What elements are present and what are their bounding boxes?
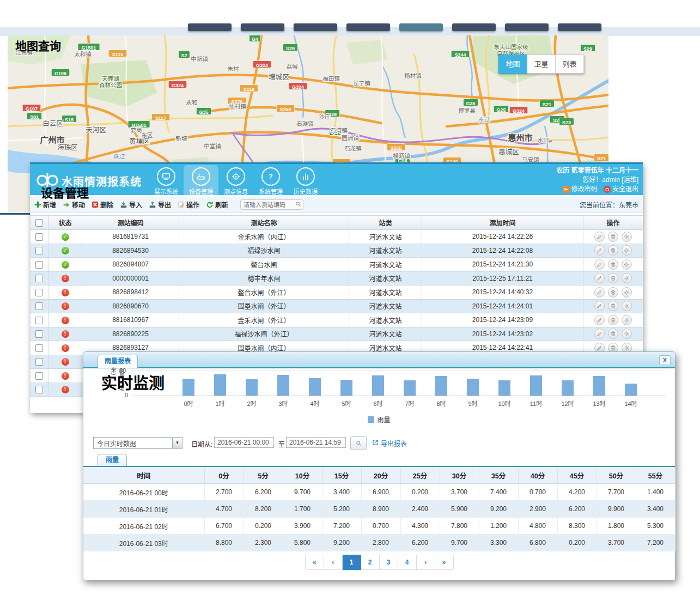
data-mode-select[interactable]: 今日实时数据 ▾ xyxy=(93,437,182,449)
pagination-page-1[interactable]: 1 xyxy=(343,555,361,570)
export-icon xyxy=(149,201,156,209)
edit-icon[interactable] xyxy=(594,245,605,256)
edit-icon[interactable] xyxy=(594,329,605,339)
trash-icon[interactable] xyxy=(608,315,618,325)
pagination-last[interactable]: » xyxy=(435,555,454,570)
edit-icon[interactable] xyxy=(594,315,605,325)
nav-item-history[interactable]: 历史数据 xyxy=(288,165,323,197)
top-tab-3[interactable] xyxy=(294,23,337,31)
gear-icon[interactable] xyxy=(622,329,632,339)
date-to-input[interactable] xyxy=(286,437,346,448)
logout-link[interactable]: 安全退出 xyxy=(604,185,638,194)
toolbar-refresh-button[interactable]: 刷新 xyxy=(206,200,228,209)
gear-icon[interactable] xyxy=(622,259,632,270)
value-cell: 8.800 xyxy=(204,535,244,551)
table-cell: 2015-12-24 14:40:32 xyxy=(422,286,583,300)
trash-icon[interactable] xyxy=(608,273,618,283)
value-cell: 7.700 xyxy=(596,484,636,501)
gear-icon[interactable] xyxy=(622,301,632,311)
table-cell: 河道水文站 xyxy=(349,244,422,258)
row-checkbox[interactable] xyxy=(35,261,43,269)
table-cell: 8826890670 xyxy=(82,299,179,313)
road-shield: G4 xyxy=(249,35,261,42)
row-checkbox[interactable] xyxy=(35,247,43,254)
top-tab-4[interactable] xyxy=(346,23,390,31)
map-type-button-3[interactable]: 列表 xyxy=(556,54,584,74)
chart-axis-line xyxy=(133,396,666,396)
column-header: 45分 xyxy=(557,467,596,484)
gear-icon[interactable] xyxy=(622,245,632,256)
row-checkbox[interactable] xyxy=(35,233,43,241)
gear-icon[interactable] xyxy=(622,273,632,283)
top-tab-7[interactable] xyxy=(505,23,549,31)
toolbar-export-button[interactable]: 导出 xyxy=(149,200,171,209)
table-row: ✓8826894530福绿沙水闸河道水文站2015-12-24 14:22:08 xyxy=(31,244,643,258)
trash-icon[interactable] xyxy=(608,259,618,270)
map-type-button-2[interactable]: 卫星 xyxy=(527,54,556,74)
gear-icon[interactable] xyxy=(622,232,632,242)
table-row: !8816810967金禾水闸（外江）河道水文站2015-12-24 14:23… xyxy=(31,313,643,327)
tab-rain-report[interactable]: 雨量报表 xyxy=(98,355,138,368)
close-icon[interactable]: X xyxy=(659,355,671,365)
trash-icon[interactable] xyxy=(608,329,618,339)
gear-icon[interactable] xyxy=(622,287,632,298)
tab-rain[interactable]: 雨量 xyxy=(98,454,127,466)
pagination-page-2[interactable]: 2 xyxy=(361,555,380,570)
toolbar-add-button[interactable]: 新增 xyxy=(34,200,56,209)
toolbar-move-button[interactable]: 移动 xyxy=(63,200,85,209)
edit-icon[interactable] xyxy=(594,273,605,283)
row-checkbox[interactable] xyxy=(35,372,43,380)
top-tab-8[interactable] xyxy=(558,23,601,31)
gear-icon[interactable] xyxy=(622,315,632,325)
toolbar-import-button[interactable]: 导入 xyxy=(120,200,142,209)
pagination-first[interactable]: « xyxy=(305,555,324,570)
date-from-input[interactable] xyxy=(214,437,274,448)
top-tab-2[interactable] xyxy=(241,23,284,31)
trash-icon[interactable] xyxy=(608,232,618,242)
top-tab-1[interactable] xyxy=(188,23,232,31)
edit-icon[interactable] xyxy=(594,287,605,298)
nav-item-target[interactable]: 测点信息 xyxy=(218,165,253,197)
select-all-checkbox[interactable] xyxy=(35,219,43,227)
station-search-input[interactable] xyxy=(240,199,303,210)
search-icon[interactable] xyxy=(295,201,301,209)
pagination-page-4[interactable]: 4 xyxy=(398,555,417,570)
row-checkbox[interactable] xyxy=(35,344,43,352)
table-row: 2016-06-21 03时8.8002.3005.8009.2002.8006… xyxy=(83,535,675,551)
map-type-button-1[interactable]: 地图 xyxy=(498,54,527,74)
trash-icon[interactable] xyxy=(608,301,618,311)
row-checkbox[interactable] xyxy=(35,386,43,393)
row-checkbox[interactable] xyxy=(35,302,43,310)
pagination-next[interactable]: › xyxy=(417,555,435,570)
nav-item-question[interactable]: ?系统管理 xyxy=(253,165,288,197)
export-report-link[interactable]: 导出报表 xyxy=(372,439,407,448)
toolbar-operate-button[interactable]: 操作 xyxy=(178,200,199,209)
pagination-page-3[interactable]: 3 xyxy=(380,555,398,570)
top-tab-6[interactable] xyxy=(452,23,496,31)
table-row: ✓8826894807鳌台水闸河道水文站2015-12-24 14:21:30 xyxy=(31,258,643,272)
bar xyxy=(182,379,194,396)
edit-icon[interactable] xyxy=(594,232,605,242)
nav-item-device[interactable]: 设备管理 xyxy=(184,165,218,197)
nav-item-monitor[interactable]: 展示系统 xyxy=(149,165,184,197)
value-cell: 2.900 xyxy=(518,501,557,518)
row-checkbox[interactable] xyxy=(35,275,43,282)
row-checkbox[interactable] xyxy=(35,330,43,338)
value-cell: 1.400 xyxy=(636,484,675,501)
caption-device-management: 设备管理 xyxy=(41,183,89,201)
x-tick-label: 10时 xyxy=(498,399,510,408)
trash-icon[interactable] xyxy=(608,287,618,298)
pagination-prev[interactable]: ‹ xyxy=(324,555,343,570)
row-checkbox[interactable] xyxy=(35,317,43,324)
edit-icon[interactable] xyxy=(594,259,605,270)
value-cell: 8.900 xyxy=(361,501,400,518)
edit-icon[interactable] xyxy=(594,301,605,311)
row-checkbox[interactable] xyxy=(35,358,43,366)
search-button[interactable] xyxy=(350,436,367,450)
table-cell: 福绿沙水闸 xyxy=(179,244,349,258)
trash-icon[interactable] xyxy=(608,245,618,256)
toolbar-delete-button[interactable]: 删除 xyxy=(92,200,113,209)
row-checkbox[interactable] xyxy=(35,289,43,296)
change-password-link[interactable]: 修改密码 xyxy=(563,185,598,194)
top-tab-5[interactable] xyxy=(399,23,443,31)
